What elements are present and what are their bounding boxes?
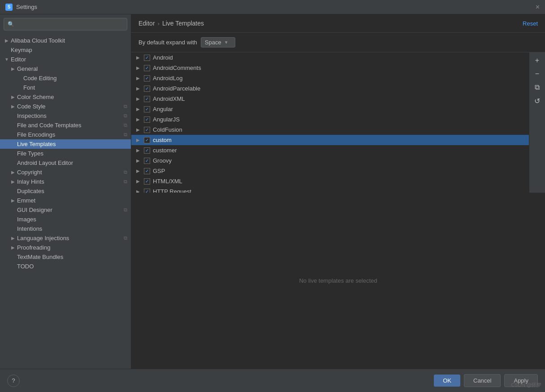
- group-checkbox-httprequest[interactable]: [144, 189, 150, 193]
- copy-icon-language-injections: ⧉: [124, 235, 127, 241]
- expand-arrow-inlay-hints: [10, 179, 16, 185]
- content-area: Editor › Live Templates Reset By default…: [131, 14, 545, 369]
- sidebar-item-android-layout-editor[interactable]: Android Layout Editor: [0, 158, 131, 168]
- expand-dropdown[interactable]: Space ▼: [201, 37, 235, 47]
- sidebar-label-file-code-templates: File and Code Templates: [17, 122, 82, 129]
- template-group-custom[interactable]: custom: [131, 135, 529, 145]
- group-expand-androidparcelable: [135, 86, 141, 91]
- group-checkbox-androidcomments[interactable]: [144, 65, 150, 71]
- sidebar-item-language-injections[interactable]: Language Injections⧉: [0, 233, 131, 243]
- sidebar-item-general[interactable]: General: [0, 64, 131, 73]
- add-template-button[interactable]: +: [531, 54, 544, 67]
- group-checkbox-gsp[interactable]: [144, 168, 150, 174]
- sidebar-label-color-scheme: Color Scheme: [17, 94, 54, 100]
- sidebar-label-intentions: Intentions: [17, 225, 42, 232]
- copy-template-button[interactable]: ⧉: [531, 81, 544, 94]
- group-checkbox-android[interactable]: [144, 55, 150, 61]
- sidebar-item-keymap[interactable]: Keymap: [0, 45, 131, 55]
- group-checkbox-customer[interactable]: [144, 147, 150, 154]
- dialog-footer: ? OK Cancel Apply: [0, 369, 545, 392]
- template-group-httprequest[interactable]: HTTP Request: [131, 186, 529, 193]
- template-group-customer[interactable]: customer: [131, 145, 529, 155]
- template-group-groovy[interactable]: Groovy: [131, 155, 529, 166]
- close-button[interactable]: ×: [536, 3, 540, 11]
- expand-arrow-editor: [4, 56, 10, 63]
- template-actions-panel: + − ⧉ ↺: [529, 52, 545, 193]
- group-checkbox-angularjs[interactable]: [144, 116, 150, 123]
- expand-arrow-alibaba: [4, 38, 10, 44]
- search-box[interactable]: 🔍: [4, 18, 127, 30]
- group-checkbox-coldfusion[interactable]: [144, 127, 150, 133]
- sidebar-item-font[interactable]: Font: [0, 83, 131, 92]
- search-input[interactable]: [17, 21, 123, 28]
- group-label-coldfusion: ColdFusion: [153, 126, 182, 133]
- group-checkbox-custom[interactable]: [144, 137, 150, 143]
- template-group-android[interactable]: Android: [131, 52, 529, 63]
- sidebar-item-intentions[interactable]: Intentions: [0, 224, 131, 233]
- copy-icon-inspections: ⧉: [124, 113, 127, 119]
- expand-arrow-code-style: [10, 103, 16, 110]
- reset-button[interactable]: Reset: [523, 20, 538, 27]
- sidebar-item-file-code-templates[interactable]: File and Code Templates⧉: [0, 121, 131, 130]
- sidebar-item-alibaba[interactable]: Alibaba Cloud Toolkit: [0, 36, 131, 45]
- group-expand-gsp: [135, 168, 141, 173]
- sidebar-item-copyright[interactable]: Copyright⧉: [0, 168, 131, 177]
- group-checkbox-groovy[interactable]: [144, 158, 150, 164]
- group-label-androidxml: AndroidXML: [153, 95, 185, 102]
- sidebar-item-images[interactable]: Images: [0, 215, 131, 224]
- sidebar-item-duplicates[interactable]: Duplicates: [0, 186, 131, 196]
- template-group-gsp[interactable]: GSP: [131, 166, 529, 176]
- group-checkbox-androidxml[interactable]: [144, 96, 150, 102]
- sidebar-item-color-scheme[interactable]: Color Scheme: [0, 92, 131, 102]
- expand-label: By default expand with: [138, 39, 197, 46]
- sidebar-item-live-templates[interactable]: Live Templates: [0, 139, 131, 149]
- sidebar-item-file-types[interactable]: File Types: [0, 149, 131, 158]
- copy-icon-copyright: ⧉: [124, 169, 127, 175]
- sidebar-item-proofreading[interactable]: Proofreading: [0, 243, 131, 252]
- group-label-androidparcelable: AndroidParcelable: [153, 85, 200, 92]
- group-checkbox-htmlxml[interactable]: [144, 178, 150, 185]
- group-checkbox-androidparcelable[interactable]: [144, 86, 150, 92]
- template-group-angularjs[interactable]: AngularJS: [131, 114, 529, 125]
- ok-button[interactable]: OK: [434, 375, 460, 387]
- chevron-down-icon: ▼: [224, 40, 229, 45]
- group-expand-androidlog: [135, 76, 141, 81]
- sidebar-label-live-templates: Live Templates: [17, 141, 56, 147]
- help-button[interactable]: ?: [7, 375, 20, 387]
- template-group-androidlog[interactable]: AndroidLog: [131, 73, 529, 83]
- revert-template-button[interactable]: ↺: [531, 95, 544, 107]
- sidebar-item-todo[interactable]: TODO: [0, 262, 131, 271]
- sidebar-label-inspections: Inspections: [17, 112, 47, 119]
- expand-arrow-color-scheme: [10, 94, 16, 100]
- group-label-androidlog: AndroidLog: [153, 75, 183, 82]
- sidebar-item-file-encodings[interactable]: File Encodings⧉: [0, 130, 131, 139]
- template-group-androidparcelable[interactable]: AndroidParcelable: [131, 83, 529, 94]
- sidebar-label-android-layout-editor: Android Layout Editor: [17, 159, 73, 166]
- sidebar-item-textmate-bundles[interactable]: TextMate Bundles: [0, 252, 131, 262]
- sidebar-label-general: General: [17, 65, 38, 72]
- expand-arrow-general: [10, 66, 16, 72]
- remove-template-button[interactable]: −: [531, 68, 544, 80]
- sidebar-label-alibaba: Alibaba Cloud Toolkit: [11, 37, 65, 44]
- sidebar-label-inlay-hints: Inlay Hints: [17, 178, 44, 185]
- template-group-androidcomments[interactable]: AndroidComments: [131, 63, 529, 73]
- sidebar: 🔍 Alibaba Cloud ToolkitKeymapEditorGener…: [0, 14, 131, 369]
- sidebar-item-code-style[interactable]: Code Style⧉: [0, 102, 131, 111]
- sidebar-item-gui-designer[interactable]: GUI Designer⧉: [0, 205, 131, 215]
- sidebar-item-emmet[interactable]: Emmet: [0, 196, 131, 205]
- sidebar-label-font: Font: [23, 84, 35, 91]
- sidebar-label-duplicates: Duplicates: [17, 188, 44, 194]
- template-group-htmlxml[interactable]: HTML/XML: [131, 176, 529, 186]
- expand-arrow-language-injections: [10, 235, 16, 241]
- copy-icon-file-encodings: ⧉: [124, 132, 127, 138]
- template-group-angular[interactable]: Angular: [131, 104, 529, 114]
- sidebar-item-inlay-hints[interactable]: Inlay Hints⧉: [0, 177, 131, 186]
- template-group-androidxml[interactable]: AndroidXML: [131, 94, 529, 104]
- template-group-coldfusion[interactable]: ColdFusion: [131, 125, 529, 135]
- sidebar-item-editor[interactable]: Editor: [0, 55, 131, 64]
- group-checkbox-androidlog[interactable]: [144, 75, 150, 82]
- sidebar-item-code-editing[interactable]: Code Editing: [0, 73, 131, 83]
- cancel-button[interactable]: Cancel: [464, 374, 501, 387]
- sidebar-item-inspections[interactable]: Inspections⧉: [0, 111, 131, 121]
- group-checkbox-angular[interactable]: [144, 106, 150, 112]
